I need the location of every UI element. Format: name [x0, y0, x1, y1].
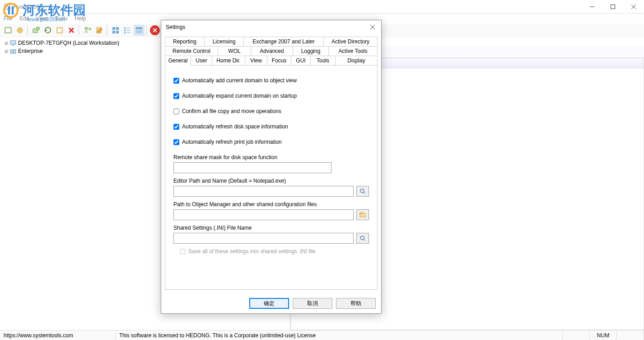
svg-rect-21: [116, 31, 119, 33]
tab-general[interactable]: General: [165, 56, 191, 65]
dialog-title: Settings: [166, 24, 185, 30]
dialog-close-button[interactable]: [366, 20, 379, 34]
computer-icon: [10, 40, 18, 46]
save-shared-row: Save all of these settings into shared s…: [180, 248, 369, 255]
shared-ini-input[interactable]: [173, 233, 354, 244]
expand-icon[interactable]: ⊞: [5, 41, 10, 46]
shared-ini-label: Shared Settings (.INI) File Name: [173, 225, 369, 231]
enterprise-icon: [10, 48, 18, 54]
toolbar-separator: [107, 25, 108, 35]
chk-confirm-copy[interactable]: [173, 109, 179, 114]
svg-rect-37: [14, 50, 16, 53]
chk-label: Automatically refresh print job informat…: [182, 139, 282, 145]
svg-line-45: [364, 239, 365, 241]
shared-ini-browse-button[interactable]: [356, 233, 369, 244]
tab-strip: Reporting Licensing Exchange 2007 and La…: [161, 34, 381, 65]
tab-active-tools[interactable]: Active Tools: [328, 46, 378, 56]
tab-focus[interactable]: Focus: [267, 56, 291, 65]
tab-wol[interactable]: WOL: [218, 46, 251, 56]
statusbar: https://www.systemtools.com This softwar…: [0, 330, 644, 340]
maximize-button[interactable]: [602, 0, 623, 14]
toolbar-separator: [27, 25, 29, 35]
chk-auto-add-domain[interactable]: [173, 78, 179, 84]
toolbar-btn-2[interactable]: [14, 25, 25, 36]
watermark-url: www.pc0359.cn: [27, 16, 65, 23]
editor-browse-button[interactable]: [356, 186, 369, 197]
remote-mask-input[interactable]: [173, 162, 331, 173]
toolbar-btn-4[interactable]: [42, 25, 53, 36]
toolbar-btn-6[interactable]: [66, 25, 77, 36]
minimize-button[interactable]: [582, 0, 602, 14]
tree-item-label: Enterprise: [18, 48, 43, 54]
dialog-titlebar: Settings: [161, 20, 381, 34]
toolbar-btn-7[interactable]: [82, 25, 93, 36]
tab-licensing[interactable]: Licensing: [204, 37, 244, 46]
tab-reporting[interactable]: Reporting: [165, 37, 205, 46]
status-num: NUM: [590, 331, 617, 340]
editor-input[interactable]: [173, 186, 354, 197]
chk-save-shared: [180, 249, 186, 255]
svg-rect-24: [124, 32, 126, 33]
window-title: Hyena v13.5: [14, 4, 44, 10]
chk-label: Automatically expand current domain on s…: [182, 93, 297, 99]
tab-view[interactable]: View: [245, 56, 267, 65]
tab-display[interactable]: Display: [335, 56, 378, 65]
tab-user[interactable]: User: [191, 56, 212, 65]
status-empty2: [617, 331, 644, 340]
svg-rect-34: [10, 41, 16, 44]
tab-exchange[interactable]: Exchange 2007 and Later: [243, 37, 324, 46]
toolbar-view-large[interactable]: [110, 25, 121, 36]
toolbar-stop-icon[interactable]: [150, 25, 160, 35]
obj-mgr-input[interactable]: [173, 209, 354, 220]
toolbar-btn-8[interactable]: [94, 25, 105, 36]
toolbar-separator: [146, 25, 148, 35]
status-url: https://www.systemtools.com: [0, 331, 116, 340]
tab-tools[interactable]: Tools: [310, 56, 336, 65]
svg-rect-36: [10, 50, 13, 53]
svg-line-41: [364, 192, 365, 194]
tree-item-label: DESKTOP-7ETGFQH (Local Workstation): [18, 40, 119, 46]
tab-remote-control[interactable]: Remote Control: [165, 46, 218, 56]
svg-rect-43: [360, 212, 363, 214]
toolbar-btn-3[interactable]: [31, 25, 42, 36]
svg-rect-22: [124, 28, 126, 29]
cancel-button[interactable]: 取消: [293, 298, 332, 309]
svg-point-44: [360, 236, 364, 240]
svg-rect-18: [112, 27, 115, 30]
obj-mgr-browse-button[interactable]: [356, 209, 369, 220]
svg-rect-35: [12, 45, 14, 46]
toolbar-btn-5[interactable]: [54, 25, 65, 36]
ok-button[interactable]: 确定: [249, 298, 289, 309]
svg-rect-20: [112, 31, 115, 33]
chk-refresh-print[interactable]: [173, 139, 179, 145]
toolbar-view-list[interactable]: [122, 25, 133, 36]
svg-rect-14: [58, 28, 61, 32]
toolbar-separator: [79, 25, 80, 35]
toolbar-view-details[interactable]: [134, 25, 145, 36]
titlebar: Hyena v13.5: [0, 0, 644, 14]
expand-icon[interactable]: ⊞: [5, 49, 10, 54]
settings-dialog: Settings Reporting Licensing Exchange 20…: [161, 20, 382, 314]
close-button[interactable]: [623, 0, 644, 14]
menu-file[interactable]: File: [4, 15, 12, 22]
remote-mask-label: Remote share mask for disk space functio…: [173, 154, 369, 161]
editor-label: Editor Path and Name (Default = Notepad.…: [173, 178, 369, 184]
svg-rect-9: [6, 28, 10, 32]
svg-point-15: [85, 27, 88, 30]
tab-advanced[interactable]: Advanced: [251, 46, 293, 56]
tab-gui[interactable]: GUI: [291, 56, 311, 65]
chk-auto-expand-domain[interactable]: [173, 93, 179, 99]
svg-rect-23: [124, 30, 126, 31]
help-button[interactable]: 帮助: [336, 298, 376, 309]
tab-logging[interactable]: Logging: [293, 46, 329, 56]
svg-rect-5: [611, 5, 615, 9]
svg-rect-19: [116, 27, 119, 30]
app-icon: [4, 3, 11, 10]
tab-ad[interactable]: Active Directory: [323, 37, 378, 46]
toolbar-btn-1[interactable]: [3, 25, 14, 36]
menu-help[interactable]: Help: [75, 15, 86, 22]
tab-home-dir[interactable]: Home Dir.: [212, 56, 245, 65]
chk-refresh-disk[interactable]: [173, 124, 179, 130]
dialog-button-row: 确定 取消 帮助: [161, 293, 381, 313]
save-shared-label: Save all of these settings into shared s…: [188, 248, 315, 255]
